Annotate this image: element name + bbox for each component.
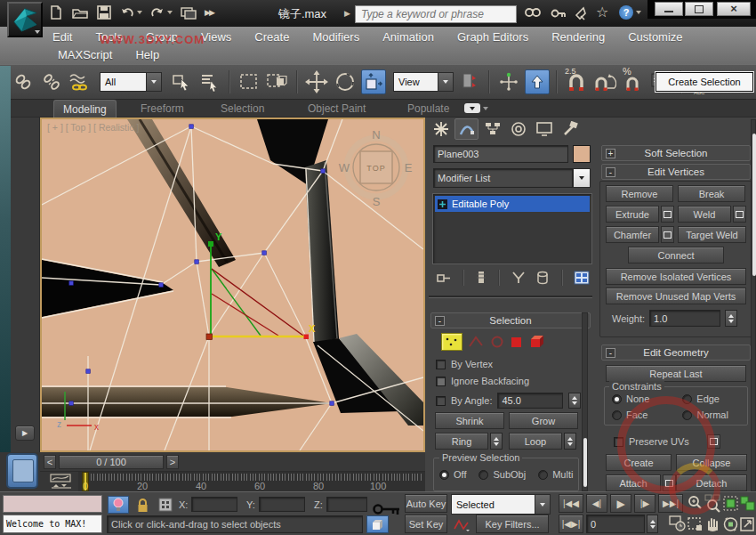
viewport-layout-tab[interactable]: [6, 453, 38, 489]
expand-icon[interactable]: +: [606, 149, 615, 158]
tab-utilities-icon[interactable]: [558, 118, 582, 140]
menu-animation[interactable]: Animation: [371, 27, 446, 46]
show-end-result-icon[interactable]: [475, 270, 487, 286]
select-and-rotate-icon[interactable]: [333, 69, 358, 94]
by-angle-field[interactable]: 45.0: [497, 393, 563, 409]
ribbon-tab-populate[interactable]: Populate: [398, 100, 458, 117]
weld-settings-button[interactable]: [733, 206, 746, 223]
panel2-scrollbar[interactable]: [751, 119, 756, 491]
new-file-icon[interactable]: [48, 4, 64, 20]
grid-snap-cube-button[interactable]: [366, 515, 389, 533]
menu-maxscript[interactable]: MAXScript: [46, 45, 124, 65]
search-icon[interactable]: [523, 5, 543, 21]
undo-button[interactable]: [119, 5, 142, 20]
detach-button[interactable]: Detach: [676, 474, 747, 491]
collapse-button[interactable]: Collapse: [676, 454, 747, 471]
zoom-extents-all-button[interactable]: [739, 494, 756, 513]
preview-off-radio[interactable]: [439, 470, 449, 480]
ribbon-tab-object-paint[interactable]: Object Paint: [299, 100, 374, 117]
frame-spinner[interactable]: [647, 515, 658, 533]
subobject-element-button[interactable]: [528, 334, 546, 350]
use-pivot-point-center-icon[interactable]: [457, 69, 482, 94]
percent-snap-toggle-icon[interactable]: %: [621, 69, 646, 94]
compass-east[interactable]: E: [405, 161, 413, 174]
open-file-icon[interactable]: [71, 4, 89, 20]
maximize-viewport-toggle-button[interactable]: [739, 515, 756, 533]
remove-isolated-vertices-button[interactable]: Remove Isolated Vertices: [606, 268, 746, 285]
break-button[interactable]: Break: [678, 185, 745, 202]
stack-item-editable-poly[interactable]: Editable Poly: [435, 196, 590, 212]
selection-filter-dropdown[interactable]: All: [100, 72, 162, 92]
panel2-scrollbar-thumb[interactable]: [752, 134, 756, 276]
bind-to-space-warp-icon[interactable]: [68, 69, 92, 94]
satellite-icon[interactable]: [573, 4, 591, 21]
help-button[interactable]: ?: [619, 5, 641, 20]
menu-customize[interactable]: Customize: [616, 27, 694, 46]
open-mini-curve-editor-button[interactable]: [49, 474, 74, 490]
remove-button[interactable]: Remove: [606, 185, 673, 202]
ignore-backfacing-checkbox[interactable]: [436, 377, 446, 386]
menu-create[interactable]: Create: [243, 27, 301, 46]
key-mode-toggle-button[interactable]: |◀▶|: [559, 515, 583, 533]
by-angle-spinner[interactable]: [568, 393, 581, 409]
loop-spinner[interactable]: [564, 433, 576, 450]
modifier-stack[interactable]: Editable Poly: [432, 193, 592, 264]
ribbon-tab-modeling[interactable]: Modeling: [53, 100, 117, 118]
viewport-label[interactable]: [ + ] [ Top ] [ Realistic ]: [47, 122, 139, 133]
set-key-button[interactable]: Set Key: [405, 515, 447, 533]
rollout-edit-vertices[interactable]: - Edit Vertices: [601, 164, 751, 180]
window-crossing-toggle-icon[interactable]: [265, 69, 290, 94]
preserve-uvs-checkbox[interactable]: [614, 437, 623, 447]
select-and-move-icon[interactable]: [304, 69, 329, 94]
go-to-start-button[interactable]: |◀◀: [559, 494, 583, 513]
time-slider-prev-button[interactable]: <: [44, 455, 56, 469]
compass-north[interactable]: N: [372, 128, 380, 142]
constraint-face-radio[interactable]: [612, 410, 622, 420]
collapse-icon[interactable]: -: [435, 316, 445, 326]
time-slider-track[interactable]: < 0 / 100 >: [40, 452, 425, 472]
selected-vertex[interactable]: [206, 334, 213, 340]
by-vertex-checkbox[interactable]: [436, 360, 446, 369]
current-frame-field[interactable]: 0: [586, 515, 645, 533]
close-button[interactable]: ×: [717, 2, 751, 16]
panel1-scrollbar-thumb[interactable]: [583, 438, 587, 487]
viewport-canvas[interactable]: Y X z x TOP N W E S [ + ] [ Top ] [: [42, 119, 423, 450]
viewport-top[interactable]: Y X z x TOP N W E S [ + ] [ Top ] [: [40, 118, 425, 452]
panel1-scrollbar[interactable]: [582, 312, 588, 491]
communication-key-icon[interactable]: [550, 5, 567, 21]
auto-key-button[interactable]: Auto Key: [405, 494, 447, 513]
track-bar[interactable]: 20 40 60 80 100 0: [78, 472, 425, 491]
z-coord-field[interactable]: [326, 497, 367, 512]
previous-frame-button[interactable]: ◀|: [586, 494, 607, 513]
attach-button[interactable]: Attach: [606, 474, 661, 491]
collapse-icon[interactable]: -: [606, 348, 615, 358]
y-coord-field[interactable]: [259, 497, 305, 512]
subobject-border-button[interactable]: [489, 334, 505, 350]
region-zoom-button[interactable]: [687, 515, 704, 533]
tab-motion-icon[interactable]: [506, 118, 530, 140]
minimize-button[interactable]: [655, 2, 683, 16]
chamfer-button[interactable]: Chamfer: [606, 226, 659, 243]
rectangular-selection-region-icon[interactable]: [237, 69, 261, 94]
target-weld-button[interactable]: Target Weld: [678, 226, 746, 243]
selection-set-dropdown[interactable]: Selected: [451, 494, 551, 515]
grow-button[interactable]: Grow: [509, 412, 578, 429]
search-input[interactable]: [355, 5, 517, 23]
keyboard-shortcut-override-button[interactable]: [525, 69, 550, 94]
tab-display-icon[interactable]: [532, 118, 556, 140]
select-by-name-icon[interactable]: [197, 69, 222, 94]
ring-button[interactable]: Ring: [435, 433, 488, 450]
subobject-vertex-button[interactable]: [441, 333, 462, 351]
pan-view-button[interactable]: [704, 515, 721, 533]
configure-modifier-sets-icon[interactable]: [574, 271, 590, 285]
menu-graph-editors[interactable]: Graph Editors: [446, 27, 540, 46]
zoom-extents-button[interactable]: [722, 494, 739, 513]
create-button[interactable]: Create: [606, 454, 672, 471]
unlink-selection-icon[interactable]: [39, 69, 64, 94]
menu-help[interactable]: Help: [124, 45, 171, 65]
macro-recorder-pane[interactable]: [3, 495, 102, 513]
application-menu-button[interactable]: [7, 2, 43, 37]
named-selection-set-field[interactable]: Create Selection: [655, 71, 754, 93]
expand-panel-button[interactable]: ▶: [15, 426, 35, 441]
shrink-button[interactable]: Shrink: [435, 412, 504, 429]
